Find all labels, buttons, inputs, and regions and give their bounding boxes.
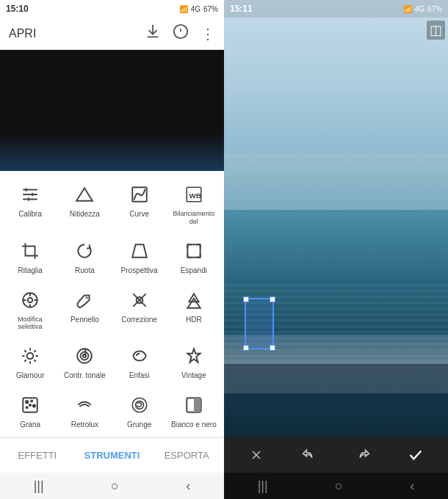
- handle-tl[interactable]: [243, 296, 249, 302]
- compare-button[interactable]: ◫: [427, 21, 445, 40]
- retrolux-icon: [71, 392, 98, 418]
- tool-grana[interactable]: Grana: [4, 387, 57, 434]
- contr-tonale-label: Contr. tonale: [64, 371, 106, 380]
- tool-bianco-nero[interactable]: Bianco e nero: [167, 387, 220, 434]
- tool-modifica-selettiva[interactable]: Modifica selettiva: [4, 283, 57, 336]
- download-icon[interactable]: [145, 23, 161, 43]
- tool-espandi[interactable]: Espandi: [167, 233, 220, 280]
- left-toolbar-icons: ⋮: [145, 23, 215, 43]
- left-panel: 15:10 📶 4G 67% APRI ⋮: [0, 0, 224, 499]
- more-icon[interactable]: ⋮: [200, 25, 215, 43]
- tab-esporta[interactable]: ESPORTA: [149, 438, 224, 473]
- modifica-selettiva-icon: [17, 287, 43, 313]
- svg-marker-38: [187, 349, 200, 362]
- grunge-label: Grunge: [127, 420, 151, 429]
- svg-text:WB: WB: [189, 192, 200, 200]
- right-time: 15:11: [230, 4, 253, 14]
- tool-pennello[interactable]: Pennello: [58, 283, 111, 336]
- hdr-label: HDR: [186, 316, 202, 324]
- handle-tr[interactable]: [270, 296, 275, 302]
- left-nav-bar: ||| ○ ‹: [0, 473, 224, 499]
- tools-row-4: Glamour Contr. tonale: [3, 338, 221, 385]
- tool-grunge[interactable]: Grunge: [113, 387, 166, 434]
- handle-bl[interactable]: [243, 345, 249, 351]
- enfasi-label: Enfasi: [129, 371, 150, 380]
- hdr-icon: [181, 287, 207, 313]
- left-nav-home[interactable]: ○: [111, 478, 119, 494]
- svg-point-42: [33, 405, 35, 407]
- nitidezza-icon: [71, 181, 98, 208]
- info-icon[interactable]: [173, 23, 189, 43]
- tool-calibra[interactable]: Calibra: [4, 177, 57, 230]
- svg-line-33: [34, 350, 35, 352]
- undo-button[interactable]: [296, 442, 322, 468]
- bilanciamento-label: Bilanciamento del: [169, 210, 219, 226]
- ritaglia-label: Ritaglia: [18, 266, 42, 275]
- tool-retrolux[interactable]: Retrolux: [58, 387, 111, 434]
- left-toolbar: APRI ⋮: [0, 18, 224, 50]
- glamour-label: Glamour: [16, 371, 44, 380]
- correzione-icon: [126, 287, 153, 313]
- preview-gradient: [0, 134, 224, 171]
- bianco-nero-label: Bianco e nero: [171, 420, 217, 429]
- nitidezza-label: Nitidezza: [70, 210, 100, 219]
- handle-br[interactable]: [270, 345, 275, 351]
- tool-bilanciamento[interactable]: WB Bilanciamento del: [167, 177, 220, 230]
- ruota-label: Ruota: [75, 266, 95, 275]
- svg-line-34: [24, 360, 26, 361]
- right-nav-recents[interactable]: |||: [258, 478, 268, 494]
- tools-row-1: Calibra Nitidezza Curve: [3, 177, 221, 230]
- tools-row-5: Grana Retrolux: [3, 387, 221, 434]
- svg-line-22: [87, 296, 88, 298]
- left-toolbar-title: APRI: [9, 27, 36, 40]
- svg-point-17: [28, 297, 33, 302]
- left-time: 15:10: [6, 4, 29, 14]
- confirm-button[interactable]: [402, 442, 429, 468]
- tool-correzione[interactable]: Correzione: [113, 283, 166, 336]
- tool-vintage[interactable]: Vintage: [167, 338, 220, 385]
- grana-label: Grana: [20, 420, 40, 429]
- left-nav-back[interactable]: ‹: [186, 478, 190, 494]
- tool-ritaglia[interactable]: Ritaglia: [4, 233, 57, 280]
- vintage-label: Vintage: [181, 371, 206, 380]
- close-button[interactable]: [243, 442, 270, 468]
- contr-tonale-icon: [71, 343, 98, 369]
- tool-contr-tonale[interactable]: Contr. tonale: [58, 338, 111, 385]
- svg-point-41: [31, 401, 32, 402]
- right-nav-bar: ||| ○ ‹: [224, 473, 448, 499]
- tool-hdr[interactable]: HDR: [167, 283, 220, 336]
- svg-rect-15: [187, 244, 200, 257]
- tool-enfasi[interactable]: Enfasi: [113, 338, 166, 385]
- left-nav-recents[interactable]: |||: [34, 478, 44, 494]
- curve-label: Curve: [129, 210, 149, 219]
- right-panel: 15:11 📶 4G 67% ◫: [224, 0, 448, 499]
- tab-effetti[interactable]: EFFETTI: [0, 438, 75, 473]
- tool-prospettiva[interactable]: Prospettiva: [113, 233, 166, 280]
- svg-point-40: [26, 401, 28, 403]
- bilanciamento-icon: WB: [181, 181, 207, 208]
- svg-line-32: [34, 360, 35, 361]
- ritaglia-icon: [17, 238, 43, 264]
- tab-strumenti[interactable]: STRUMENTI: [75, 438, 150, 473]
- right-nav-back[interactable]: ‹: [410, 478, 414, 494]
- espandi-label: Espandi: [181, 266, 207, 275]
- sea-image: [224, 0, 448, 437]
- right-nav-home[interactable]: ○: [335, 478, 343, 494]
- tool-glamour[interactable]: Glamour: [4, 338, 57, 385]
- prospettiva-icon: [126, 238, 153, 264]
- bianco-nero-icon: [181, 392, 207, 418]
- calibra-label: Calibra: [18, 210, 42, 219]
- svg-point-26: [27, 353, 34, 360]
- tool-curve[interactable]: Curve: [113, 177, 166, 230]
- grana-icon: [17, 392, 43, 418]
- tool-nitidezza[interactable]: Nitidezza: [58, 177, 111, 230]
- svg-marker-10: [77, 188, 93, 200]
- svg-point-45: [132, 398, 147, 412]
- redo-button[interactable]: [350, 442, 376, 468]
- svg-point-43: [26, 407, 28, 408]
- tool-ruota[interactable]: Ruota: [58, 233, 111, 280]
- vintage-icon: [181, 343, 207, 369]
- svg-marker-14: [132, 244, 147, 257]
- tools-row-3: Modifica selettiva Pennello: [3, 283, 221, 336]
- preview-area: [0, 50, 224, 171]
